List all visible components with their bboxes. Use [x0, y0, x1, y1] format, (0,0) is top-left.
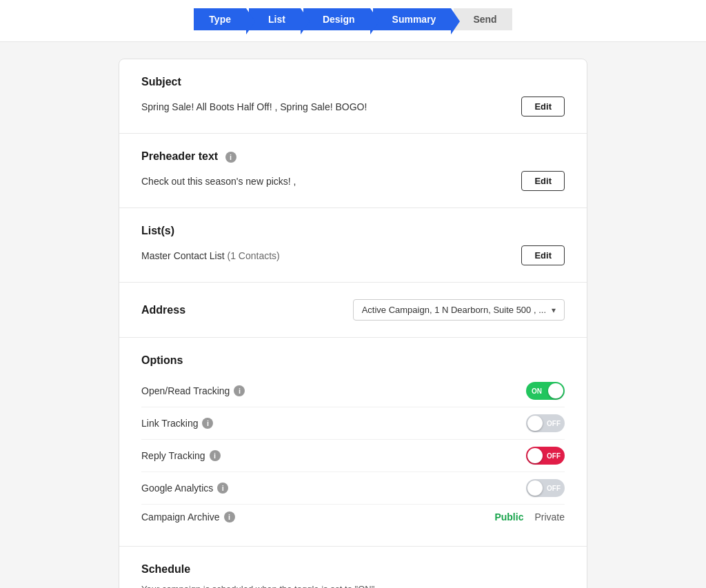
chevron-down-icon: ▾ — [552, 305, 556, 315]
nav-step-send[interactable]: Send — [454, 8, 512, 30]
reply-tracking-label: Reply Tracking i — [141, 450, 221, 461]
preheader-title: Preheader text i — [141, 150, 565, 163]
lists-row: Master Contact List (1 Contacts) Edit — [141, 245, 565, 265]
toggle-knob — [527, 480, 543, 496]
link-tracking-label: Link Tracking i — [141, 418, 213, 429]
schedule-section: Schedule Your campaign is scheduled when… — [119, 547, 587, 588]
open-read-tracking-label: Open/Read Tracking i — [141, 385, 245, 396]
lists-value: Master Contact List (1 Contacts) — [141, 250, 521, 261]
top-navigation: Type List Design Summary Send — [0, 0, 706, 42]
preheader-row: Check out this season's new picks! , Edi… — [141, 171, 565, 191]
address-value: Active Campaign, 1 N Dearborn, Suite 500… — [362, 305, 546, 315]
nav-step-type[interactable]: Type — [194, 8, 246, 30]
options-title: Options — [141, 354, 565, 367]
subject-title: Subject — [141, 76, 565, 88]
open-read-tracking-toggle[interactable]: ON — [526, 382, 565, 400]
main-content: Subject Spring Sale! All Boots Half Off!… — [119, 59, 587, 588]
archive-options: Public Private — [494, 511, 565, 523]
preheader-edit-button[interactable]: Edit — [521, 171, 565, 191]
toggle-label: OFF — [547, 452, 561, 460]
link-tracking-toggle[interactable]: OFF — [526, 414, 565, 432]
lists-edit-button[interactable]: Edit — [521, 245, 565, 265]
contacts-count: (1 Contacts) — [228, 250, 280, 261]
open-read-tracking-row: Open/Read Tracking i ON — [141, 375, 565, 407]
campaign-archive-row: Campaign Archive i Public Private — [141, 505, 565, 529]
toggle-label: OFF — [547, 485, 561, 492]
nav-step-summary[interactable]: Summary — [373, 8, 452, 30]
preheader-value: Check out this season's new picks! , — [141, 176, 521, 187]
link-tracking-info-icon: i — [202, 418, 213, 429]
lists-section: List(s) Master Contact List (1 Contacts)… — [119, 208, 587, 283]
open-read-tracking-info-icon: i — [234, 385, 245, 396]
reply-tracking-info-icon: i — [210, 450, 221, 461]
toggle-knob — [527, 416, 543, 431]
toggle-knob — [548, 383, 563, 398]
lists-title: List(s) — [141, 225, 565, 237]
toggle-label: OFF — [547, 420, 561, 427]
schedule-description: Your campaign is scheduled when the togg… — [141, 584, 565, 588]
preheader-section: Preheader text i Check out this season's… — [119, 134, 587, 208]
subject-edit-button[interactable]: Edit — [521, 97, 565, 116]
archive-private-option[interactable]: Private — [534, 511, 565, 523]
address-dropdown[interactable]: Active Campaign, 1 N Dearborn, Suite 500… — [353, 299, 565, 321]
options-section: Options Open/Read Tracking i ON Link Tra… — [119, 338, 587, 547]
nav-step-design[interactable]: Design — [303, 8, 370, 30]
preheader-info-icon: i — [225, 152, 236, 163]
google-analytics-toggle[interactable]: OFF — [526, 479, 565, 497]
google-analytics-info-icon: i — [217, 483, 228, 494]
toggle-knob — [527, 448, 543, 463]
subject-row: Spring Sale! All Boots Half Off! , Sprin… — [141, 97, 565, 116]
subject-section: Subject Spring Sale! All Boots Half Off!… — [119, 59, 587, 134]
reply-tracking-toggle[interactable]: OFF — [526, 447, 565, 465]
campaign-archive-info-icon: i — [224, 511, 235, 523]
address-title: Address — [141, 304, 185, 316]
link-tracking-row: Link Tracking i OFF — [141, 407, 565, 440]
archive-public-option[interactable]: Public — [494, 511, 523, 523]
address-row: Address Active Campaign, 1 N Dearborn, S… — [141, 299, 565, 321]
google-analytics-row: Google Analytics i OFF — [141, 472, 565, 505]
campaign-archive-label: Campaign Archive i — [141, 511, 235, 523]
toggle-label: ON — [532, 387, 542, 395]
nav-step-list[interactable]: List — [249, 8, 301, 30]
schedule-title: Schedule — [141, 563, 565, 576]
reply-tracking-row: Reply Tracking i OFF — [141, 440, 565, 472]
nav-steps: Type List Design Summary Send — [194, 8, 512, 30]
google-analytics-label: Google Analytics i — [141, 483, 228, 494]
subject-value: Spring Sale! All Boots Half Off! , Sprin… — [141, 101, 521, 112]
address-section: Address Active Campaign, 1 N Dearborn, S… — [119, 283, 587, 338]
